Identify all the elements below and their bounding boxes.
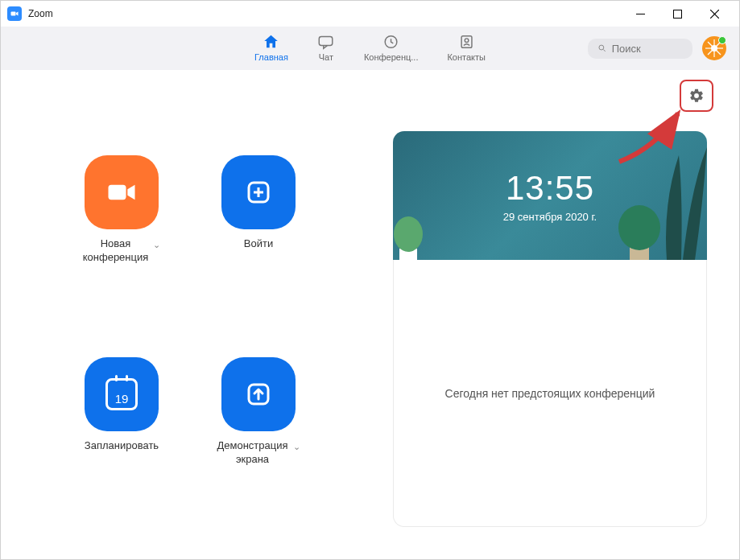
avatar-icon (703, 37, 726, 60)
schedule-label: Запланировать (85, 439, 159, 453)
action-tiles: Новая конференция ⌄ Войти 19 Запланирова… (65, 93, 315, 527)
search-input[interactable] (612, 43, 683, 55)
schedule-tile[interactable]: 19 Запланировать (65, 357, 178, 527)
svg-line-10 (603, 49, 605, 51)
share-icon (221, 357, 296, 431)
current-time: 13:55 (506, 169, 594, 208)
app-window: Zoom Главная Чат К (0, 0, 740, 560)
plant-decoration (659, 139, 707, 260)
svg-rect-5 (320, 37, 333, 46)
nav-home[interactable]: Главная (248, 27, 295, 70)
clock-icon (382, 33, 400, 51)
svg-point-16 (711, 45, 717, 51)
new-meeting-dropdown[interactable]: ⌄ (153, 240, 160, 250)
minimize-button[interactable] (622, 1, 659, 27)
user-avatar[interactable] (702, 36, 726, 60)
share-dropdown[interactable]: ⌄ (293, 442, 300, 452)
nav-contacts-label: Контакты (447, 52, 486, 62)
nav-home-label: Главная (254, 52, 288, 62)
share-screen-tile[interactable]: Демонстрация экрана ⌄ (202, 357, 315, 527)
main-nav: Главная Чат Конференц... Контакты (248, 27, 492, 70)
nav-chat[interactable]: Чат (311, 27, 341, 70)
nav-meetings-label: Конференц... (364, 52, 419, 62)
calendar-icon: 19 (85, 357, 159, 431)
nav-contacts[interactable]: Контакты (440, 27, 492, 70)
join-label: Войти (244, 237, 273, 251)
nav-meetings[interactable]: Конференц... (358, 27, 425, 70)
zoom-logo-icon (7, 6, 22, 21)
maximize-button[interactable] (659, 1, 696, 27)
search-icon (597, 43, 607, 54)
plant-decoration (393, 210, 428, 260)
topbar: Главная Чат Конференц... Контакты (1, 27, 739, 70)
chat-icon (317, 33, 335, 51)
share-label: Демонстрация экрана (217, 439, 287, 467)
plant-decoration (614, 196, 662, 260)
svg-point-9 (599, 45, 604, 50)
svg-point-25 (394, 216, 423, 252)
settings-button[interactable] (688, 87, 705, 105)
plus-icon (221, 155, 296, 229)
svg-rect-2 (673, 10, 681, 18)
join-tile[interactable]: Войти (202, 155, 315, 325)
svg-point-8 (465, 39, 469, 43)
contacts-icon (457, 33, 475, 51)
schedule-panel: 13:55 29 сентября 2020 г. Сегодня нет пр… (393, 131, 707, 527)
main-content: Новая конференция ⌄ Войти 19 Запланирова… (1, 70, 739, 559)
gear-icon (688, 88, 705, 104)
video-icon (85, 155, 159, 229)
search-box[interactable] (588, 39, 692, 59)
titlebar: Zoom (1, 1, 739, 27)
nav-chat-label: Чат (319, 52, 333, 62)
no-meetings-message: Сегодня нет предстоящих конференций (393, 260, 707, 527)
home-icon (263, 33, 280, 51)
current-date: 29 сентября 2020 г. (503, 211, 597, 223)
new-meeting-label: Новая конференция (83, 237, 149, 265)
svg-point-23 (618, 205, 660, 250)
settings-button-highlight (680, 80, 713, 112)
close-button[interactable] (696, 1, 733, 27)
new-meeting-tile[interactable]: Новая конференция ⌄ (65, 155, 178, 325)
clock-hero: 13:55 29 сентября 2020 г. (393, 131, 707, 260)
svg-rect-17 (109, 185, 126, 200)
svg-rect-0 (11, 12, 16, 16)
window-title: Zoom (28, 8, 53, 19)
